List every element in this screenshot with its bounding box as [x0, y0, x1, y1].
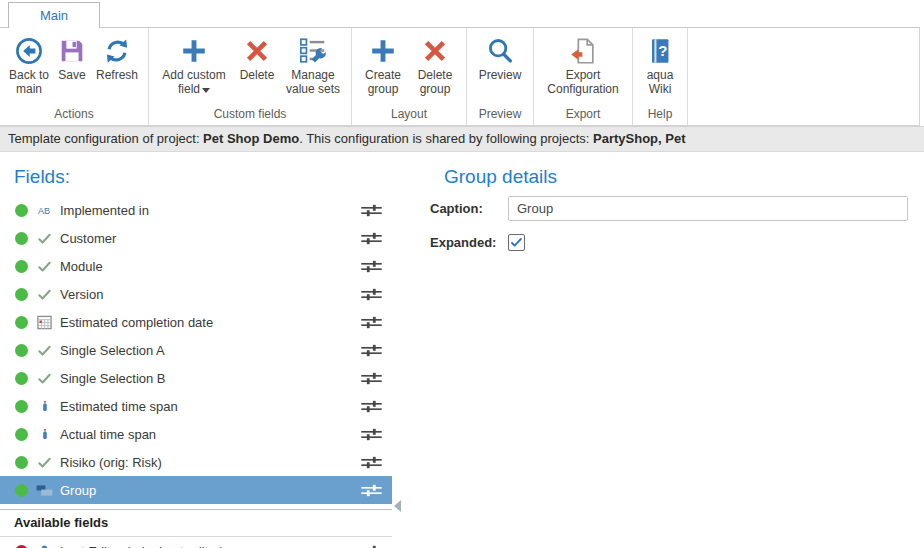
add-plus-icon	[179, 35, 209, 67]
delete-x-icon	[242, 35, 272, 67]
panel-splitter[interactable]	[392, 152, 404, 548]
ribbon-tab-strip: Main	[0, 0, 924, 28]
manage-value-sets-button[interactable]: Manage value sets	[280, 33, 346, 97]
group-icon	[35, 484, 53, 497]
field-row-module[interactable]: Module	[0, 252, 392, 280]
reorder-handle-icon[interactable]	[361, 232, 382, 245]
main-content: Fields: ABImplemented inCustomerModuleVe…	[0, 152, 924, 548]
refresh-button[interactable]: Refresh	[91, 33, 143, 82]
field-row-group[interactable]: Group	[0, 476, 392, 504]
reorder-handle-icon[interactable]	[361, 204, 382, 217]
export-configuration-button[interactable]: Export Configuration	[539, 33, 627, 97]
field-label: Group	[60, 483, 354, 498]
ribbon-button-label: Delete	[240, 68, 275, 82]
tab-main[interactable]: Main	[8, 2, 100, 28]
green-status-dot	[15, 400, 28, 413]
ribbon-group-help: ?aqua WikiHelp	[633, 28, 688, 125]
banner-project-name: Pet Shop Demo	[203, 131, 299, 146]
green-status-dot	[15, 372, 28, 385]
ribbon-body: Back to mainSaveRefreshActionsAdd custom…	[0, 28, 920, 126]
fields-panel: Fields: ABImplemented inCustomerModuleVe…	[0, 152, 392, 548]
ab-text-icon: AB	[35, 204, 53, 217]
caption-input[interactable]	[508, 196, 908, 221]
fields-panel-title: Fields:	[14, 166, 392, 188]
green-status-dot	[15, 344, 28, 357]
person-icon	[35, 544, 53, 548]
preview-button[interactable]: Preview	[472, 33, 528, 82]
field-row-estimated-completion-date[interactable]: Estimated completion date	[0, 308, 392, 336]
reorder-handle-icon[interactable]	[361, 344, 382, 357]
add-plus-icon	[368, 35, 398, 67]
reorder-handle-icon[interactable]	[361, 484, 382, 497]
save-button[interactable]: Save	[53, 33, 91, 82]
reorder-handle-icon[interactable]	[361, 428, 382, 441]
field-row-estimated-time-span[interactable]: Estimated time span	[0, 392, 392, 420]
reorder-handle-icon[interactable]	[361, 400, 382, 413]
available-fields-header: Available fields	[0, 509, 392, 537]
magnifier-icon	[485, 35, 515, 67]
delete-group-button[interactable]: Delete group	[409, 33, 461, 97]
field-row-actual-time-span[interactable]: Actual time span	[0, 420, 392, 448]
checkbox-check-icon	[510, 236, 523, 249]
aqua-wiki-button[interactable]: ?aqua Wiki	[638, 33, 682, 97]
field-row-single-selection-b[interactable]: Single Selection B	[0, 364, 392, 392]
field-row-version[interactable]: Version	[0, 280, 392, 308]
green-status-dot	[15, 316, 28, 329]
ribbon-group-buttons: Create groupDelete group	[352, 28, 466, 106]
reorder-handle-icon[interactable]	[361, 372, 382, 385]
ribbon-group-layout: Create groupDelete groupLayout	[352, 28, 467, 125]
splitter-collapse-icon[interactable]	[394, 500, 401, 512]
checkmark-icon	[35, 343, 53, 358]
back-to-main-button[interactable]: Back to main	[5, 33, 53, 97]
ribbon-button-label: Save	[58, 68, 85, 82]
wiki-book-icon: ?	[645, 35, 675, 67]
checkmark-icon	[35, 259, 53, 274]
field-row-last-editor-orig-last-editor[interactable]: Last Editor (orig: Last editor)	[0, 537, 392, 548]
ribbon-group-buttons: Add custom fieldDeleteManage value sets	[149, 28, 351, 106]
ribbon-group-label: Preview	[467, 106, 533, 125]
ribbon-group-label: Actions	[0, 106, 148, 125]
ribbon-button-label: Delete group	[411, 68, 459, 97]
calendar-icon	[35, 315, 53, 330]
reorder-handle-icon[interactable]	[361, 260, 382, 273]
field-row-single-selection-a[interactable]: Single Selection A	[0, 336, 392, 364]
ribbon-group-export: Export ConfigurationExport	[534, 28, 633, 125]
details-panel-title: Group details	[444, 166, 908, 188]
reorder-handle-icon[interactable]	[361, 316, 382, 329]
green-status-dot	[15, 232, 28, 245]
delete-x-icon	[420, 35, 450, 67]
ribbon-group-label: Custom fields	[149, 106, 351, 125]
checkmark-icon	[35, 231, 53, 246]
reorder-handle-icon[interactable]	[361, 288, 382, 301]
create-group-button[interactable]: Create group	[357, 33, 409, 97]
ribbon-button-label: Refresh	[96, 68, 138, 82]
field-row-implemented-in[interactable]: ABImplemented in	[0, 196, 392, 224]
timespan-icon	[35, 399, 53, 414]
ribbon-group-buttons: ?aqua Wiki	[633, 28, 687, 106]
field-label: Single Selection B	[60, 371, 354, 386]
tab-strip-border	[0, 27, 920, 28]
ribbon-button-label: Manage value sets	[282, 68, 344, 97]
add-custom-field-button[interactable]: Add custom field	[154, 33, 234, 97]
reorder-handle-icon[interactable]	[361, 456, 382, 469]
field-row-customer[interactable]: Customer	[0, 224, 392, 252]
ribbon-button-label: Export Configuration	[541, 68, 625, 97]
reorder-handle-icon[interactable]	[361, 545, 382, 548]
ribbon-group-actions: Back to mainSaveRefreshActions	[0, 28, 149, 125]
ribbon-button-label: Create group	[359, 68, 407, 97]
field-label: Last Editor (orig: Last editor)	[60, 544, 354, 548]
expanded-checkbox[interactable]	[508, 234, 525, 251]
field-label: Implemented in	[60, 203, 354, 218]
red-status-dot	[15, 545, 28, 548]
ribbon-group-buttons: Back to mainSaveRefresh	[0, 28, 148, 106]
field-label: Estimated completion date	[60, 315, 354, 330]
green-status-dot	[15, 288, 28, 301]
field-label: Module	[60, 259, 354, 274]
ribbon-group-label: Help	[633, 106, 687, 125]
ribbon-group-buttons: Export Configuration	[534, 28, 632, 106]
project-config-banner: Template configuration of project: Pet S…	[0, 126, 924, 152]
ribbon-group-custom-fields: Add custom fieldDeleteManage value setsC…	[149, 28, 352, 125]
value-sets-icon	[298, 35, 328, 67]
delete-button[interactable]: Delete	[234, 33, 280, 82]
field-row-risiko-orig-risk[interactable]: Risiko (orig: Risk)	[0, 448, 392, 476]
